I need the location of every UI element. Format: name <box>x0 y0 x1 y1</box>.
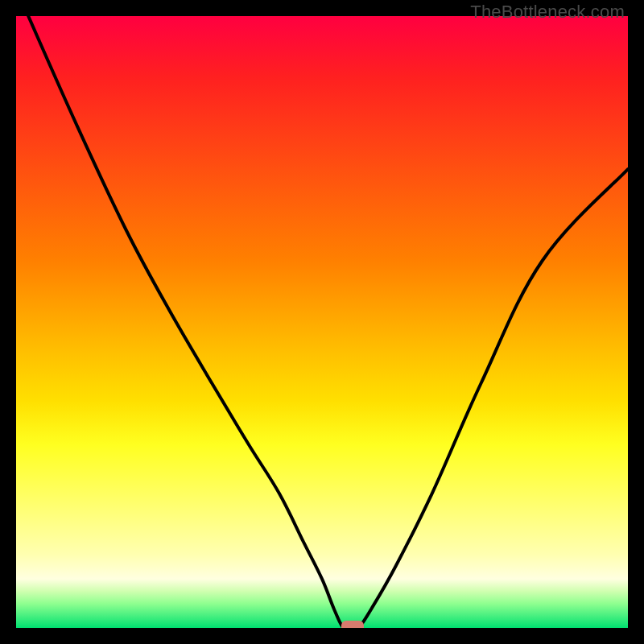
watermark-text: TheBottleneck.com <box>470 2 625 23</box>
bottleneck-curve <box>28 16 628 628</box>
optimal-point-marker <box>341 621 364 628</box>
chart-frame: TheBottleneck.com <box>0 0 644 644</box>
plot-area <box>16 16 628 628</box>
curve-svg <box>16 16 628 628</box>
